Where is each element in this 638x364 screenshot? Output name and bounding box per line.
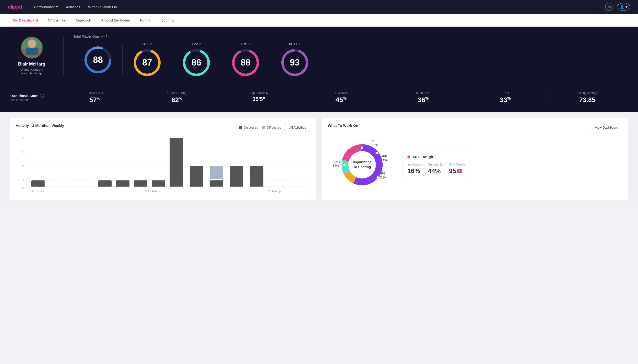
svg-text:57%: 57%	[333, 164, 339, 168]
gauge-svg-app: 86	[182, 48, 211, 77]
legend-on-course: On course	[239, 126, 258, 129]
svg-point-56	[376, 176, 379, 179]
gauge-putt: PUTT ↗ 93	[270, 42, 319, 77]
stat-sand-save: Sand Save 36%	[382, 91, 464, 104]
legend-off-course: Off course	[262, 126, 281, 129]
svg-rect-31	[210, 180, 223, 187]
donut-container: Importance To Scoring PUTT 57% OTT 10% A…	[328, 136, 396, 194]
hero-top: Blair McHarg United Kingdom Plus Handica…	[10, 34, 628, 85]
svg-rect-27	[134, 180, 147, 187]
tab-off-the-tee[interactable]: Off the Tee	[43, 14, 71, 26]
gauge-svg-total: 88	[83, 45, 113, 74]
view-dashboard-button[interactable]: View Dashboard	[591, 124, 622, 131]
svg-text:9 May: 9 May	[268, 190, 282, 193]
gauge-number-total: 88	[93, 55, 103, 65]
svg-point-2	[28, 40, 36, 48]
svg-rect-26	[116, 180, 129, 187]
player-name: Blair McHarg	[18, 62, 45, 67]
nav-activities[interactable]: Activities	[66, 4, 80, 10]
svg-text:To Scoring: To Scoring	[353, 165, 371, 169]
svg-rect-3	[26, 48, 38, 55]
svg-rect-32	[210, 166, 223, 179]
stat-scoring-average: Scoring Average 73.85	[546, 91, 628, 104]
svg-point-53	[343, 164, 346, 166]
svg-rect-29	[170, 138, 183, 187]
svg-text:1: 1	[22, 179, 25, 182]
svg-text:2: 2	[22, 165, 25, 168]
svg-text:0: 0	[22, 187, 25, 190]
tab-bar: My Dashboard Off the Tee Approach Around…	[0, 14, 638, 27]
trad-stats-subtitle: Last 20 rounds	[10, 98, 48, 102]
svg-rect-25	[98, 180, 112, 187]
down-badge: ▼	[457, 169, 462, 173]
all-activities-button[interactable]: All Activities	[285, 124, 310, 131]
svg-text:7 Feb: 7 Feb	[31, 190, 44, 193]
gauge-svg-arg: 88	[231, 48, 260, 77]
stat-fairways-hit: Fairways Hit 57%	[54, 91, 136, 104]
svg-rect-24	[31, 180, 45, 187]
total-quality-label: Total Player Quality ?	[73, 34, 628, 38]
trad-stats-help-icon[interactable]: ?	[40, 94, 44, 98]
info-metric-shot-quality: Shot Quality 95 ▼	[449, 163, 465, 175]
svg-text:21%: 21%	[379, 176, 386, 179]
tab-around-the-green[interactable]: Around the Green	[96, 14, 135, 26]
what-to-work-on-card: What To Work On View Dashboard	[322, 118, 628, 200]
svg-point-55	[375, 152, 378, 154]
svg-text:4: 4	[22, 136, 25, 139]
what-to-work-on-header: What To Work On View Dashboard	[328, 124, 622, 132]
gauge-number-arg: 88	[241, 58, 251, 68]
tab-putting[interactable]: Putting	[135, 14, 156, 26]
what-to-work-on-title: What To Work On	[328, 124, 358, 128]
svg-text:APP: APP	[381, 155, 387, 158]
tab-my-dashboard[interactable]: My Dashboard	[8, 14, 43, 26]
svg-text:28 Mar: 28 Mar	[145, 190, 161, 193]
chart-legend: On course Off course	[239, 126, 281, 129]
gauge-svg-ott: 87	[132, 48, 162, 77]
info-metric-importance: Importance 16%	[407, 163, 422, 175]
stat-app-proximity: App. Proximity 35'5"	[218, 91, 300, 104]
nav-what-to-work-on[interactable]: What To Work On	[88, 4, 117, 10]
stat-greens-in-reg: Greens In Reg 62%	[136, 91, 218, 104]
gauge-arg: ARG ↗ 88	[221, 42, 270, 77]
info-card: ARG Rough Importance 16% Opportunity 44%…	[402, 150, 470, 180]
svg-rect-33	[230, 166, 243, 187]
score-gauges: 88 OTT ↗ 87	[73, 42, 628, 77]
legend-off-course-dot	[262, 126, 265, 129]
gauge-number-app: 86	[191, 58, 201, 68]
svg-text:Importance: Importance	[353, 160, 371, 164]
scores-section: Total Player Quality ? 88	[64, 34, 628, 77]
avatar	[21, 37, 43, 59]
legend-on-course-dot	[239, 126, 242, 129]
svg-text:3: 3	[22, 150, 25, 154]
tab-scoring[interactable]: Scoring	[156, 14, 178, 26]
add-button[interactable]: ⊕	[605, 3, 613, 11]
user-menu-button[interactable]: 👤 ▾	[617, 3, 630, 11]
traditional-stats-label: Traditional Stats ? Last 20 rounds	[10, 94, 54, 102]
svg-rect-34	[250, 166, 263, 187]
tab-approach[interactable]: Approach	[71, 14, 96, 26]
total-quality-help-icon[interactable]: ?	[105, 34, 108, 38]
nav-performance[interactable]: Performance ▾	[34, 4, 58, 10]
gauge-number-ott: 87	[142, 58, 152, 68]
gauge-app: APP ↗ 86	[172, 42, 221, 77]
info-metric-opportunity: Opportunity 44%	[428, 163, 443, 175]
app-logo: clippd	[8, 4, 22, 10]
svg-rect-30	[190, 166, 203, 187]
gauge-svg-putt: 93	[280, 48, 309, 77]
svg-rect-28	[152, 180, 165, 187]
nav-right: ⊕ 👤 ▾	[605, 3, 630, 11]
stat-1-putt: 1 Putt 33%	[464, 91, 546, 104]
stats-row: Traditional Stats ? Last 20 rounds Fairw…	[10, 85, 628, 104]
svg-text:12%: 12%	[381, 158, 387, 162]
donut-section: Importance To Scoring PUTT 57% OTT 10% A…	[328, 136, 622, 194]
stat-items: Fairways Hit 57% Greens In Reg 62% App. …	[54, 91, 628, 104]
bottom-cards: Activity - 3 Months - Weekly On course O…	[0, 112, 638, 206]
activity-chart-header: Activity - 3 Months - Weekly On course O…	[16, 124, 310, 132]
gauge-total: 88	[73, 45, 123, 74]
top-navigation: clippd Performance ▾ Activities What To …	[0, 0, 638, 14]
info-metrics: Importance 16% Opportunity 44% Shot Qual…	[407, 163, 465, 175]
player-country: United Kingdom	[20, 68, 43, 72]
hero-section: Blair McHarg United Kingdom Plus Handica…	[0, 27, 638, 112]
gauge-number-putt: 93	[290, 58, 300, 68]
stat-up-down: Up & Down 45%	[300, 91, 382, 104]
